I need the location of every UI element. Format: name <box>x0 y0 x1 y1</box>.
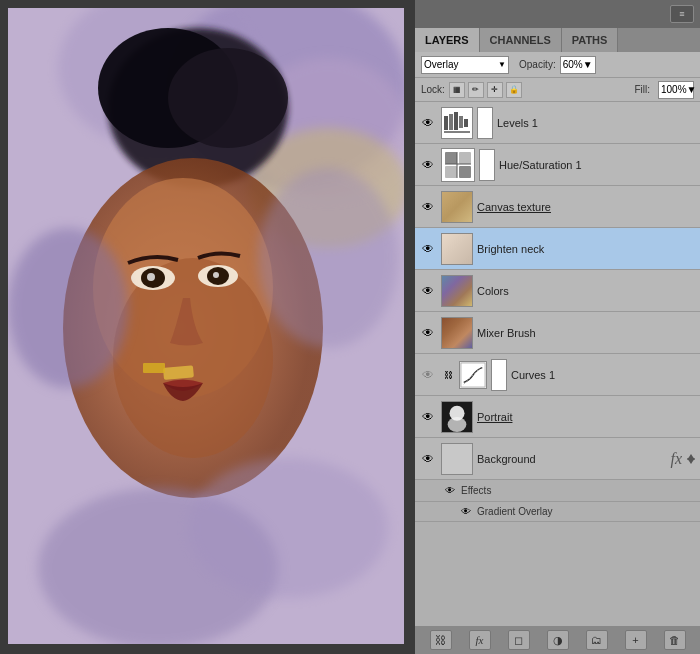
svg-rect-26 <box>454 112 458 130</box>
eye-icon-curves1[interactable]: 👁 <box>419 366 437 384</box>
tab-layers[interactable]: LAYERS <box>415 28 480 52</box>
new-group-btn[interactable]: 🗂 <box>586 630 608 650</box>
layer-name-brighten: Brighten neck <box>477 243 696 255</box>
svg-marker-44 <box>687 458 695 464</box>
svg-point-7 <box>168 48 288 148</box>
layer-name-levels1: Levels 1 <box>497 117 696 129</box>
svg-rect-32 <box>459 152 471 164</box>
layers-panel: ≡ LAYERS CHANNELS PATHS Overlay ▼ Opacit… <box>415 0 700 654</box>
layer-portrait[interactable]: 👁 Portrait <box>415 396 700 438</box>
svg-rect-25 <box>449 114 453 130</box>
thumb-background <box>441 443 473 475</box>
svg-rect-28 <box>464 119 468 127</box>
lock-position-btn[interactable]: ✛ <box>487 82 503 98</box>
eye-icon-hue1[interactable]: 👁 <box>419 156 437 174</box>
eye-icon-background[interactable]: 👁 <box>419 450 437 468</box>
opacity-label: Opacity: <box>519 59 556 70</box>
layer-levels1[interactable]: 👁 Levels 1 <box>415 102 700 144</box>
add-style-btn[interactable]: fx <box>469 630 491 650</box>
svg-point-17 <box>8 228 128 388</box>
scroll-arrow-icon <box>686 452 696 466</box>
layer-curves1[interactable]: 👁 ⛓ Curves 1 <box>415 354 700 396</box>
svg-rect-31 <box>445 152 457 164</box>
fill-label: Fill: <box>634 84 650 95</box>
add-mask-btn[interactable]: ◻ <box>508 630 530 650</box>
effects-label: Effects <box>461 485 491 496</box>
svg-point-10 <box>113 258 273 458</box>
thumb-canvas <box>441 191 473 223</box>
thumb-mixer <box>441 317 473 349</box>
opacity-input[interactable]: 60% ▼ <box>560 56 596 74</box>
lock-icons-group: ▦ ✏ ✛ 🔒 <box>449 82 522 98</box>
blend-mode-row: Overlay ▼ Opacity: 60% ▼ <box>415 52 700 78</box>
layer-name-hue1: Hue/Saturation 1 <box>499 159 696 171</box>
layer-mixer[interactable]: 👁 Mixer Brush <box>415 312 700 354</box>
thumb-portrait <box>441 401 473 433</box>
tab-paths[interactable]: PATHS <box>562 28 619 52</box>
layer-name-background: Background <box>477 453 666 465</box>
mask-hue1 <box>479 149 495 181</box>
eye-icon-mixer[interactable]: 👁 <box>419 324 437 342</box>
thumb-curves1 <box>459 361 487 389</box>
svg-rect-34 <box>459 166 471 178</box>
layer-name-colors: Colors <box>477 285 696 297</box>
layer-background[interactable]: 👁 Background fx <box>415 438 700 480</box>
mask-levels1 <box>477 107 493 139</box>
panel-menu-icon[interactable]: ≡ <box>670 5 694 23</box>
svg-point-13 <box>147 273 155 281</box>
add-adjustment-btn[interactable]: ◑ <box>547 630 569 650</box>
eye-icon-levels1[interactable]: 👁 <box>419 114 437 132</box>
layer-canvas[interactable]: 👁 Canvas texture <box>415 186 700 228</box>
thumb-hue1 <box>441 148 475 182</box>
lock-image-btn[interactable]: ✏ <box>468 82 484 98</box>
lock-all-btn[interactable]: 🔒 <box>506 82 522 98</box>
layers-toolbar: ⛓ fx ◻ ◑ 🗂 + 🗑 <box>415 626 700 654</box>
thumb-colors <box>441 275 473 307</box>
delete-layer-btn[interactable]: 🗑 <box>664 630 686 650</box>
lock-row: Lock: ▦ ✏ ✛ 🔒 Fill: 100% ▼ <box>415 78 700 102</box>
svg-point-20 <box>188 458 388 598</box>
eye-icon-canvas[interactable]: 👁 <box>419 198 437 216</box>
layer-brighten[interactable]: 👁 Brighten neck <box>415 228 700 270</box>
canvas-image <box>8 8 404 644</box>
blend-mode-select[interactable]: Overlay ▼ <box>421 56 509 74</box>
layer-colors[interactable]: 👁 Colors <box>415 270 700 312</box>
eye-icon-brighten[interactable]: 👁 <box>419 240 437 258</box>
panel-top-bar: ≡ <box>415 0 700 28</box>
layer-hue1[interactable]: 👁 Hue/Saturation 1 <box>415 144 700 186</box>
lock-label: Lock: <box>421 84 445 95</box>
tabs-row: LAYERS CHANNELS PATHS <box>415 28 700 52</box>
eye-icon-portrait[interactable]: 👁 <box>419 408 437 426</box>
fill-input[interactable]: 100% ▼ <box>658 81 694 99</box>
effect-gradient-overlay[interactable]: 👁 Gradient Overlay <box>415 502 700 522</box>
eye-icon-colors[interactable]: 👁 <box>419 282 437 300</box>
layers-list: 👁 Levels 1 👁 <box>415 102 700 626</box>
effects-group: 👁 Effects 👁 Gradient Overlay <box>415 480 700 522</box>
layer-name-canvas: Canvas texture <box>477 201 696 213</box>
layer-name-curves1: Curves 1 <box>511 369 696 381</box>
layer-name-portrait: Portrait <box>477 411 696 423</box>
svg-rect-24 <box>444 116 448 130</box>
svg-rect-27 <box>459 116 463 128</box>
eye-icon-gradient[interactable]: 👁 <box>459 505 473 519</box>
svg-rect-22 <box>143 363 165 373</box>
gradient-overlay-label: Gradient Overlay <box>477 506 553 517</box>
thumb-brighten <box>441 233 473 265</box>
effects-header: 👁 Effects <box>415 480 700 502</box>
svg-rect-33 <box>445 166 457 178</box>
eye-icon-effects[interactable]: 👁 <box>443 484 457 498</box>
layer-name-mixer: Mixer Brush <box>477 327 696 339</box>
tab-channels[interactable]: CHANNELS <box>480 28 562 52</box>
mask-curves1 <box>491 359 507 391</box>
svg-point-18 <box>258 168 398 348</box>
svg-point-42 <box>448 417 467 432</box>
fx-badge-background: fx <box>670 450 682 468</box>
thumb-levels1 <box>441 107 473 139</box>
svg-point-16 <box>213 272 219 278</box>
lock-transparent-btn[interactable]: ▦ <box>449 82 465 98</box>
chain-icon-curves1: ⛓ <box>441 368 455 382</box>
canvas-area <box>0 0 415 654</box>
new-layer-btn[interactable]: + <box>625 630 647 650</box>
link-layers-btn[interactable]: ⛓ <box>430 630 452 650</box>
